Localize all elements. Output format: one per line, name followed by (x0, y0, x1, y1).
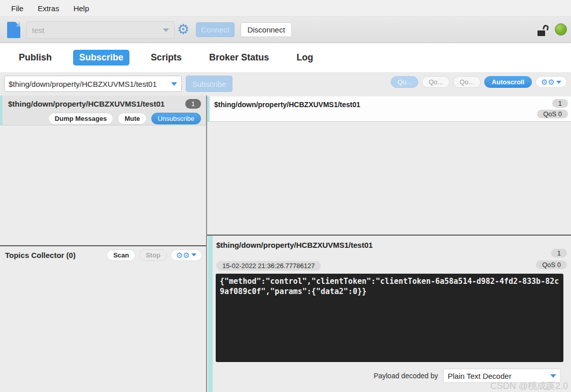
lock-open-icon (538, 26, 549, 36)
topic-input-value: $thing/down/property/HCBZXUVMS1/test01 (9, 80, 171, 88)
stop-button[interactable]: Stop (139, 249, 167, 261)
decoder-label: Payload decoded by (374, 372, 438, 380)
autoscroll-toggle[interactable]: Autoscroll (484, 76, 532, 88)
subscribe-options: Qo... Qo... Qo... Autoscroll ⚙⚙ (391, 76, 567, 88)
payload-decoder-value: Plain Text Decoder (448, 372, 550, 380)
subscription-item[interactable]: $thing/down/property/HCBZXUVMS1/test01 1… (0, 95, 206, 125)
message-list-item[interactable]: $thing/down/property/HCBZXUVMS1/test01 1… (207, 96, 571, 122)
message-accent-strip (207, 96, 210, 121)
profile-file-icon[interactable] (7, 22, 20, 38)
chevron-down-icon (550, 374, 556, 378)
tab-publish[interactable]: Publish (13, 50, 58, 66)
tab-scripts[interactable]: Scripts (145, 50, 188, 66)
qos1-button[interactable]: Qo... (422, 76, 449, 88)
subscription-topic: $thing/down/property/HCBZXUVMS1/test01 (8, 100, 185, 108)
detail-accent-strip (208, 236, 213, 392)
detail-qos-badge: QoS 0 (536, 260, 567, 269)
message-number-badge: 1 (552, 99, 568, 108)
main-content: $thing/down/property/HCBZXUVMS1/test01 1… (0, 95, 571, 392)
chevron-down-icon (163, 28, 169, 32)
gears-icon: ⚙⚙ (176, 251, 190, 259)
menu-bar: File Extras Help (0, 0, 571, 17)
connection-profile-select[interactable]: test (26, 21, 175, 39)
menu-help[interactable]: Help (74, 4, 89, 13)
chevron-down-icon[interactable] (171, 82, 177, 86)
message-count-badge: 1 (185, 99, 201, 109)
dump-messages-button[interactable]: Dump Messages (48, 113, 114, 124)
menu-file[interactable]: File (11, 4, 23, 13)
detail-timestamp: 15-02-2022 21:36:26.77786127 (216, 261, 321, 271)
lock-body (538, 30, 545, 36)
qos2-button[interactable]: Qo... (453, 76, 481, 88)
connect-button[interactable]: Connect (196, 22, 234, 37)
subscribe-button[interactable]: Subscribe (186, 76, 232, 92)
detail-topic: $thing/down/property/HCBZXUVMS1/test01 (216, 241, 373, 249)
disconnect-button[interactable]: Disconnect (241, 22, 292, 37)
detail-number-badge: 1 (551, 249, 567, 257)
mqtt-client-window: File Extras Help test ⚙ Connect Disconne… (0, 0, 571, 392)
chevron-down-icon (191, 253, 196, 256)
qos0-button[interactable]: Qo... (391, 76, 418, 88)
connection-settings-gear-icon[interactable]: ⚙ (177, 21, 189, 38)
topics-collector-bar: Topics Collector (0) Scan Stop ⚙⚙ (0, 245, 206, 264)
messages-panel: $thing/down/property/HCBZXUVMS1/test01 1… (207, 95, 571, 392)
collector-settings-button[interactable]: ⚙⚙ (171, 249, 202, 261)
message-topic: $thing/down/property/HCBZXUVMS1/test01 (214, 101, 360, 109)
message-qos-badge: QoS 0 (537, 110, 568, 118)
gears-icon: ⚙⚙ (541, 78, 555, 86)
connection-status-indicator (555, 23, 567, 36)
connection-toolbar: test ⚙ Connect Disconnect (0, 17, 571, 43)
connection-profile-value: test (32, 26, 163, 35)
scan-button[interactable]: Scan (107, 249, 136, 261)
tab-log[interactable]: Log (290, 50, 319, 66)
payload-viewer[interactable]: {"method":"control","clientToken":"clien… (216, 274, 563, 362)
watermark: CSDN @桃成蹊2.0 (490, 380, 568, 392)
menu-extras[interactable]: Extras (38, 4, 59, 13)
message-detail-pane: $thing/down/property/HCBZXUVMS1/test01 1… (207, 235, 571, 392)
subscription-accent-strip (0, 95, 3, 125)
subscribe-settings-button[interactable]: ⚙⚙ (535, 76, 567, 88)
lock-shackle (543, 24, 549, 30)
topics-collector-title: Topics Collector (0) (5, 251, 107, 259)
tab-subscribe[interactable]: Subscribe (73, 50, 129, 66)
tab-broker-status[interactable]: Broker Status (203, 50, 275, 66)
main-tabs: Publish Subscribe Scripts Broker Status … (0, 43, 571, 72)
mute-button[interactable]: Mute (118, 113, 146, 124)
subscribe-controls-bar: $thing/down/property/HCBZXUVMS1/test01 S… (0, 72, 571, 95)
topic-input[interactable]: $thing/down/property/HCBZXUVMS1/test01 (4, 76, 182, 92)
chevron-down-icon (556, 81, 561, 84)
subscriptions-panel: $thing/down/property/HCBZXUVMS1/test01 1… (0, 95, 207, 392)
unsubscribe-button[interactable]: Unsubscribe (151, 113, 201, 124)
